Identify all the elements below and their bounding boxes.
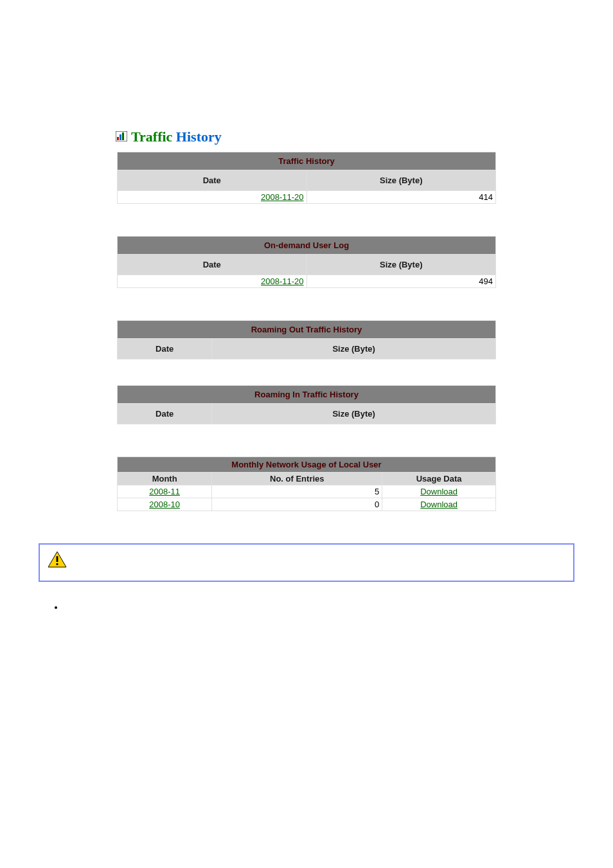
table-row: 2008-10 0 Download — [118, 498, 496, 511]
col-size: Size (Byte) — [212, 404, 496, 424]
month-link[interactable]: 2008-11 — [149, 487, 180, 496]
chart-icon — [116, 129, 127, 145]
col-entries: No. of Entries — [212, 473, 382, 485]
col-size: Size (Byte) — [306, 170, 496, 191]
table-title: Traffic History — [118, 152, 496, 170]
download-link[interactable]: Download — [420, 500, 458, 509]
size-cell: 414 — [306, 191, 496, 204]
table-title: Roaming In Traffic History — [118, 386, 496, 404]
warning-icon — [48, 551, 67, 572]
col-month: Month — [118, 473, 212, 485]
title-word-2: History — [176, 129, 222, 145]
table-row: 2008-11 5 Download — [118, 485, 496, 498]
svg-rect-1 — [117, 137, 119, 140]
roaming-in-table: Roaming In Traffic History Date Size (By… — [117, 385, 496, 424]
svg-rect-5 — [57, 556, 58, 562]
monthly-usage-table: Monthly Network Usage of Local User Mont… — [117, 457, 496, 511]
roaming-out-table: Roaming Out Traffic History Date Size (B… — [117, 320, 496, 359]
table-title: Roaming Out Traffic History — [118, 321, 496, 339]
table-title: Monthly Network Usage of Local User — [118, 457, 496, 473]
title-word-1: Traffic — [131, 129, 176, 145]
svg-rect-6 — [57, 563, 58, 565]
page-title: Traffic History — [116, 129, 574, 145]
col-usage: Usage Data — [382, 473, 496, 485]
list-item: Month: Traffic history is a record of ne… — [64, 601, 574, 614]
svg-rect-2 — [120, 134, 121, 140]
col-size: Size (Byte) — [212, 339, 496, 359]
table-title: On-demand User Log — [118, 237, 496, 255]
col-date: Date — [118, 255, 307, 275]
on-demand-log-table: On-demand User Log Date Size (Byte) 2008… — [117, 236, 496, 288]
detail-list: Month: Traffic history is a record of ne… — [64, 601, 574, 614]
entries-cell: 5 — [212, 485, 382, 498]
col-date: Date — [118, 404, 212, 424]
col-date: Date — [118, 170, 307, 191]
svg-rect-3 — [122, 132, 124, 140]
date-link[interactable]: 2008-11-20 — [261, 192, 304, 202]
size-cell: 494 — [306, 275, 496, 288]
col-date: Date — [118, 339, 212, 359]
table-row: 2008-11-20 414 — [118, 191, 496, 204]
notice-box: Since the history is saved in the DRAM, … — [39, 543, 574, 582]
month-link[interactable]: 2008-10 — [149, 500, 180, 509]
download-link[interactable]: Download — [420, 487, 458, 496]
entries-cell: 0 — [212, 498, 382, 511]
table-row: 2008-11-20 494 — [118, 275, 496, 288]
date-link[interactable]: 2008-11-20 — [261, 276, 304, 286]
traffic-history-table: Traffic History Date Size (Byte) 2008-11… — [117, 152, 496, 204]
col-size: Size (Byte) — [306, 255, 496, 275]
